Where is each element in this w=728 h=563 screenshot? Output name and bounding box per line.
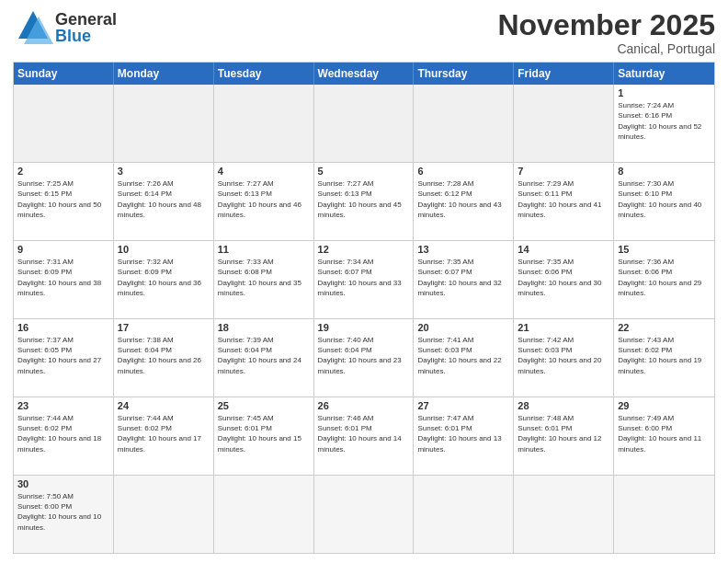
day-number: 4	[218, 166, 310, 177]
calendar-cell: 8Sunrise: 7:30 AM Sunset: 6:10 PM Daylig…	[614, 163, 714, 240]
calendar-cell	[114, 85, 214, 162]
calendar-cell	[414, 476, 514, 553]
cell-info: Sunrise: 7:31 AM Sunset: 6:09 PM Dayligh…	[17, 257, 109, 298]
cell-info: Sunrise: 7:41 AM Sunset: 6:03 PM Dayligh…	[417, 335, 509, 376]
day-number: 30	[17, 478, 109, 489]
calendar-cell: 26Sunrise: 7:46 AM Sunset: 6:01 PM Dayli…	[314, 397, 415, 475]
day-header: Wednesday	[314, 63, 415, 85]
day-number: 17	[118, 322, 210, 333]
day-number: 3	[118, 166, 210, 177]
calendar-cell: 29Sunrise: 7:49 AM Sunset: 6:00 PM Dayli…	[614, 397, 714, 475]
day-number: 8	[618, 166, 711, 177]
day-number: 23	[17, 400, 109, 411]
logo-icon	[13, 9, 53, 46]
day-header: Saturday	[614, 63, 714, 85]
calendar-cell: 27Sunrise: 7:47 AM Sunset: 6:01 PM Dayli…	[414, 397, 514, 475]
cell-info: Sunrise: 7:25 AM Sunset: 6:15 PM Dayligh…	[17, 178, 109, 220]
cell-info: Sunrise: 7:30 AM Sunset: 6:10 PM Dayligh…	[618, 178, 711, 220]
calendar-cell	[14, 85, 114, 162]
cell-info: Sunrise: 7:29 AM Sunset: 6:11 PM Dayligh…	[518, 178, 609, 220]
day-header: Thursday	[414, 63, 514, 85]
day-number: 20	[417, 322, 509, 333]
cell-info: Sunrise: 7:50 AM Sunset: 6:00 PM Dayligh…	[17, 491, 109, 533]
day-number: 2	[17, 166, 109, 177]
calendar-row: 9Sunrise: 7:31 AM Sunset: 6:09 PM Daylig…	[14, 241, 714, 319]
calendar-row: 16Sunrise: 7:37 AM Sunset: 6:05 PM Dayli…	[14, 319, 714, 397]
cell-info: Sunrise: 7:37 AM Sunset: 6:05 PM Dayligh…	[17, 335, 109, 376]
cell-info: Sunrise: 7:39 AM Sunset: 6:04 PM Dayligh…	[218, 335, 310, 376]
calendar-body: 1Sunrise: 7:24 AM Sunset: 6:16 PM Daylig…	[14, 85, 714, 553]
day-header: Tuesday	[214, 63, 314, 85]
calendar-cell: 24Sunrise: 7:44 AM Sunset: 6:02 PM Dayli…	[114, 397, 214, 475]
calendar-cell	[614, 476, 714, 553]
calendar-cell: 15Sunrise: 7:36 AM Sunset: 6:06 PM Dayli…	[614, 241, 714, 318]
day-number: 14	[518, 244, 609, 255]
cell-info: Sunrise: 7:44 AM Sunset: 6:02 PM Dayligh…	[118, 413, 210, 454]
calendar-cell	[314, 85, 415, 162]
calendar-cell: 23Sunrise: 7:44 AM Sunset: 6:02 PM Dayli…	[14, 397, 114, 475]
calendar-row: 2Sunrise: 7:25 AM Sunset: 6:15 PM Daylig…	[14, 163, 714, 241]
cell-info: Sunrise: 7:36 AM Sunset: 6:06 PM Dayligh…	[618, 257, 711, 298]
calendar-cell: 11Sunrise: 7:33 AM Sunset: 6:08 PM Dayli…	[214, 241, 314, 318]
header: General Blue November 2025 Canical, Port…	[13, 9, 715, 56]
calendar-cell: 2Sunrise: 7:25 AM Sunset: 6:15 PM Daylig…	[14, 163, 114, 240]
calendar-cell	[514, 85, 614, 162]
calendar-cell: 16Sunrise: 7:37 AM Sunset: 6:05 PM Dayli…	[14, 319, 114, 396]
day-number: 16	[17, 322, 109, 333]
location: Canical, Portugal	[497, 41, 715, 56]
calendar-cell	[214, 476, 314, 553]
cell-info: Sunrise: 7:34 AM Sunset: 6:07 PM Dayligh…	[318, 257, 410, 298]
day-number: 27	[417, 400, 509, 411]
calendar-cell: 25Sunrise: 7:45 AM Sunset: 6:01 PM Dayli…	[214, 397, 314, 475]
cell-info: Sunrise: 7:28 AM Sunset: 6:12 PM Dayligh…	[417, 178, 509, 220]
cell-info: Sunrise: 7:32 AM Sunset: 6:09 PM Dayligh…	[118, 257, 210, 298]
day-number: 22	[618, 322, 711, 333]
day-number: 11	[218, 244, 310, 255]
calendar-cell: 21Sunrise: 7:42 AM Sunset: 6:03 PM Dayli…	[514, 319, 614, 396]
cell-info: Sunrise: 7:43 AM Sunset: 6:02 PM Dayligh…	[618, 335, 711, 376]
logo-blue-text: Blue	[55, 28, 117, 44]
calendar-cell: 1Sunrise: 7:24 AM Sunset: 6:16 PM Daylig…	[614, 85, 714, 162]
cell-info: Sunrise: 7:45 AM Sunset: 6:01 PM Dayligh…	[218, 413, 310, 454]
cell-info: Sunrise: 7:38 AM Sunset: 6:04 PM Dayligh…	[118, 335, 210, 376]
day-number: 15	[618, 244, 711, 255]
cell-info: Sunrise: 7:47 AM Sunset: 6:01 PM Dayligh…	[417, 413, 509, 454]
calendar-cell: 5Sunrise: 7:27 AM Sunset: 6:13 PM Daylig…	[314, 163, 415, 240]
calendar-cell	[214, 85, 314, 162]
calendar-cell	[114, 476, 214, 553]
day-number: 28	[518, 400, 609, 411]
cell-info: Sunrise: 7:48 AM Sunset: 6:01 PM Dayligh…	[518, 413, 609, 454]
cell-info: Sunrise: 7:46 AM Sunset: 6:01 PM Dayligh…	[318, 413, 410, 454]
logo-general-text: General	[55, 11, 117, 28]
day-number: 12	[318, 244, 410, 255]
page: General Blue November 2025 Canical, Port…	[0, 0, 728, 563]
day-number: 9	[17, 244, 109, 255]
cell-info: Sunrise: 7:33 AM Sunset: 6:08 PM Dayligh…	[218, 257, 310, 298]
cell-info: Sunrise: 7:27 AM Sunset: 6:13 PM Dayligh…	[318, 178, 410, 220]
day-number: 26	[318, 400, 410, 411]
calendar-row: 23Sunrise: 7:44 AM Sunset: 6:02 PM Dayli…	[14, 397, 714, 476]
day-number: 7	[518, 166, 609, 177]
calendar-cell: 12Sunrise: 7:34 AM Sunset: 6:07 PM Dayli…	[314, 241, 415, 318]
day-header: Friday	[514, 63, 614, 85]
cell-info: Sunrise: 7:42 AM Sunset: 6:03 PM Dayligh…	[518, 335, 609, 376]
calendar-cell: 13Sunrise: 7:35 AM Sunset: 6:07 PM Dayli…	[414, 241, 514, 318]
cell-info: Sunrise: 7:40 AM Sunset: 6:04 PM Dayligh…	[318, 335, 410, 376]
title-area: November 2025 Canical, Portugal	[497, 9, 715, 56]
cell-info: Sunrise: 7:35 AM Sunset: 6:06 PM Dayligh…	[518, 257, 609, 298]
calendar-cell: 28Sunrise: 7:48 AM Sunset: 6:01 PM Dayli…	[514, 397, 614, 475]
day-number: 21	[518, 322, 609, 333]
day-number: 1	[618, 87, 711, 98]
day-header: Sunday	[14, 63, 114, 85]
calendar-cell: 6Sunrise: 7:28 AM Sunset: 6:12 PM Daylig…	[414, 163, 514, 240]
day-header: Monday	[114, 63, 214, 85]
calendar-cell: 22Sunrise: 7:43 AM Sunset: 6:02 PM Dayli…	[614, 319, 714, 396]
calendar-cell: 30Sunrise: 7:50 AM Sunset: 6:00 PM Dayli…	[14, 476, 114, 553]
day-number: 19	[318, 322, 410, 333]
day-number: 13	[417, 244, 509, 255]
cell-info: Sunrise: 7:26 AM Sunset: 6:14 PM Dayligh…	[118, 178, 210, 220]
cell-info: Sunrise: 7:24 AM Sunset: 6:16 PM Dayligh…	[618, 100, 711, 142]
day-number: 5	[318, 166, 410, 177]
day-headers: SundayMondayTuesdayWednesdayThursdayFrid…	[14, 63, 714, 85]
calendar-cell: 9Sunrise: 7:31 AM Sunset: 6:09 PM Daylig…	[14, 241, 114, 318]
